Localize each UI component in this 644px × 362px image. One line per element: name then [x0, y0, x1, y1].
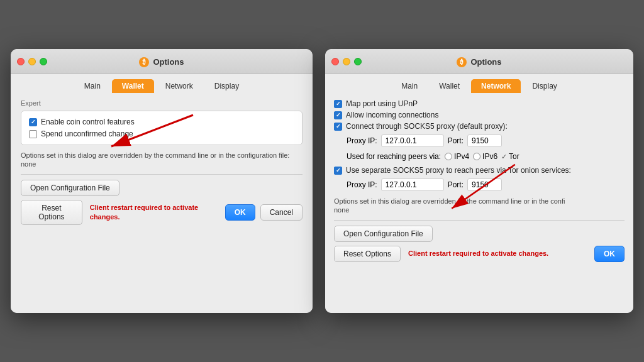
tab-network-right[interactable]: Network	[471, 79, 521, 93]
tab-display-left[interactable]: Display	[204, 79, 249, 93]
network-traffic-lights	[331, 58, 362, 65]
map-port-label: Map port using UPnP	[346, 99, 418, 108]
desktop: ₿ Options Main Wallet Network Display Ex…	[0, 0, 644, 362]
expert-label: Expert	[21, 99, 303, 107]
network-restart-notice: Client restart required to activate chan…	[408, 249, 548, 258]
allow-incoming-row: Allow incoming connections	[334, 111, 625, 119]
proxy2-port-input[interactable]	[467, 178, 502, 191]
separate-proxy-label: Use separate SOCKS5 proxy to reach peers…	[346, 166, 571, 175]
network-divider	[334, 220, 625, 221]
network-close-button[interactable]	[331, 58, 339, 65]
traffic-lights	[17, 58, 47, 65]
network-window-wrapper: ₿ Options Main Wallet Network Display Ma…	[325, 49, 633, 313]
proxy2-ip-label: Proxy IP:	[347, 180, 377, 189]
wallet-footer-text: Options set in this dialog are overridde…	[21, 151, 303, 159]
tab-main-left[interactable]: Main	[74, 79, 111, 93]
tab-wallet-right[interactable]: Wallet	[429, 79, 470, 93]
network-tab-bar: Main Wallet Network Display	[325, 74, 633, 93]
reset-options-button-left[interactable]: Reset Options	[21, 200, 82, 225]
allow-incoming-checkbox[interactable]	[334, 111, 342, 119]
wallet-titlebar: ₿ Options	[11, 49, 313, 74]
wallet-button-row-actions: Reset Options Client restart required to…	[21, 200, 303, 225]
wallet-tab-bar: Main Wallet Network Display	[11, 74, 313, 93]
proxy2-ip-input[interactable]	[381, 178, 444, 191]
network-button-row-actions: Reset Options Client restart required to…	[334, 246, 625, 262]
connect-proxy-label: Connect through SOCKS5 proxy (default pr…	[346, 122, 508, 131]
tab-network-left[interactable]: Network	[155, 79, 203, 93]
wallet-button-row-config: Open Configuration File	[21, 180, 303, 196]
open-config-button-left[interactable]: Open Configuration File	[21, 180, 119, 196]
tor-checkmark: ✓	[501, 153, 507, 161]
peers-radio-group: IPv4 IPv6 ✓ Tor	[445, 152, 519, 161]
close-button[interactable]	[17, 58, 25, 65]
network-title-text: Options	[470, 57, 501, 67]
unconfirmed-checkbox[interactable]	[29, 130, 37, 138]
wallet-divider	[21, 174, 303, 175]
connect-proxy-row: Connect through SOCKS5 proxy (default pr…	[334, 122, 625, 131]
network-minimize-button[interactable]	[343, 58, 350, 65]
separate-proxy-row: Use separate SOCKS5 proxy to reach peers…	[334, 166, 625, 175]
ipv6-label: IPv6	[482, 152, 497, 161]
proxy1-ip-label: Proxy IP:	[347, 136, 377, 145]
wallet-window-wrapper: ₿ Options Main Wallet Network Display Ex…	[11, 49, 313, 313]
network-window-title: ₿ Options	[457, 57, 501, 67]
ipv4-label: IPv4	[454, 152, 469, 161]
proxy2-row: Proxy IP: Port:	[334, 178, 625, 191]
coin-control-checkbox[interactable]	[29, 118, 37, 126]
tor-option: ✓ Tor	[501, 152, 519, 161]
separate-proxy-checkbox[interactable]	[334, 167, 342, 175]
network-footer-none: none	[334, 206, 625, 214]
ipv4-radio[interactable]	[445, 153, 452, 160]
ipv6-radio[interactable]	[473, 153, 480, 160]
wallet-restart-notice: Client restart required to activate chan…	[90, 203, 215, 222]
maximize-button[interactable]	[40, 58, 47, 65]
reset-options-button-right[interactable]: Reset Options	[334, 246, 401, 262]
network-titlebar: ₿ Options	[325, 49, 633, 74]
connect-proxy-checkbox[interactable]	[334, 123, 342, 131]
network-bitcoin-icon: ₿	[457, 57, 467, 67]
map-port-row: Map port using UPnP	[334, 99, 625, 108]
allow-incoming-label: Allow incoming connections	[346, 111, 438, 119]
ok-button-right[interactable]: OK	[594, 246, 625, 262]
ipv4-option: IPv4	[445, 152, 469, 161]
peers-row: Used for reaching peers via: IPv4 IPv6 ✓	[334, 152, 625, 161]
wallet-title-text: Options	[153, 57, 184, 67]
proxy1-port-label: Port:	[448, 136, 464, 145]
network-button-row-config: Open Configuration File	[334, 226, 625, 242]
wallet-footer-none: none	[21, 160, 303, 168]
tab-display-right[interactable]: Display	[522, 79, 567, 93]
network-window: ₿ Options Main Wallet Network Display Ma…	[325, 49, 633, 313]
proxy2-port-label: Port:	[448, 180, 464, 189]
tor-label: Tor	[509, 152, 519, 161]
wallet-window-title: ₿ Options	[139, 57, 184, 67]
map-port-checkbox[interactable]	[334, 100, 342, 108]
open-config-button-right[interactable]: Open Configuration File	[334, 226, 433, 242]
proxy1-row: Proxy IP: Port:	[334, 134, 625, 147]
ipv6-option: IPv6	[473, 152, 497, 161]
wallet-window: ₿ Options Main Wallet Network Display Ex…	[11, 49, 313, 313]
proxy1-port-input[interactable]	[467, 134, 502, 147]
tab-main-right[interactable]: Main	[391, 79, 428, 93]
minimize-button[interactable]	[28, 58, 36, 65]
proxy1-ip-input[interactable]	[381, 134, 444, 147]
network-footer-text: Options set in this dialog are overridde…	[334, 197, 625, 205]
tab-wallet-left[interactable]: Wallet	[112, 79, 154, 93]
coin-control-label: Enable coin control features	[41, 118, 135, 126]
unconfirmed-row: Spend unconfirmed change	[29, 129, 294, 138]
wallet-content: Expert Enable coin control features Spen…	[11, 93, 313, 313]
unconfirmed-label: Spend unconfirmed change	[41, 129, 133, 138]
network-content: Map port using UPnP Allow incoming conne…	[325, 93, 633, 313]
coin-control-row: Enable coin control features	[29, 118, 294, 126]
bitcoin-icon: ₿	[139, 57, 149, 67]
cancel-button-left[interactable]: Cancel	[260, 204, 303, 221]
ok-button-left[interactable]: OK	[225, 204, 255, 221]
wallet-options-box: Enable coin control features Spend uncon…	[21, 111, 303, 145]
peers-label: Used for reaching peers via:	[347, 152, 441, 161]
network-maximize-button[interactable]	[354, 58, 362, 65]
